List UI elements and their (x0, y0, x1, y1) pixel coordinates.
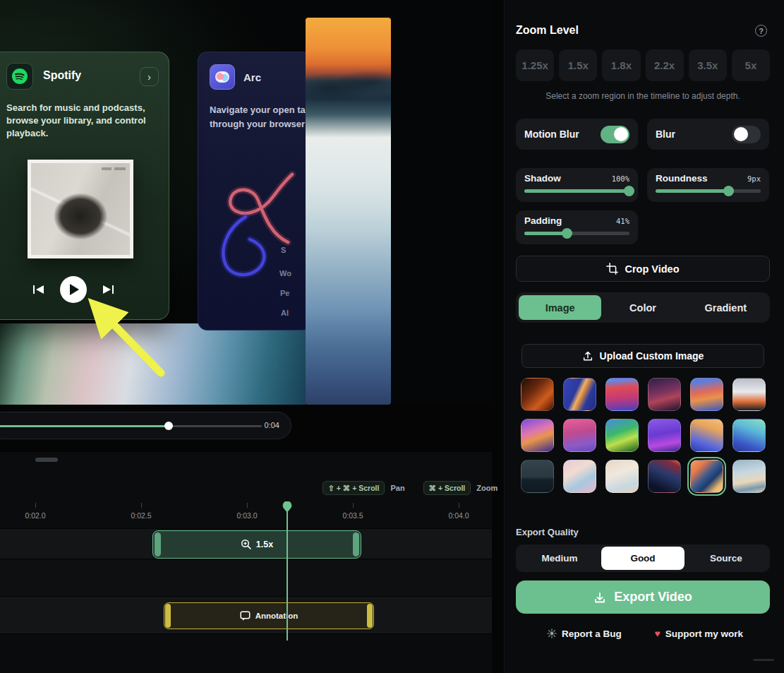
arc-sidebar-fragment-3: Pe (280, 289, 289, 297)
spotify-description: Search for music and podcasts, browse yo… (6, 102, 163, 140)
pan-shortcut-badge: ⇧ + ⌘ + Scroll (322, 481, 385, 495)
wallpaper-thumb-violet-wave[interactable] (648, 419, 681, 452)
wallpaper-thumb-orange-blue-paint[interactable] (690, 460, 723, 493)
tab-image[interactable]: Image (519, 295, 601, 320)
export-video-button[interactable]: Export Video (516, 580, 770, 614)
crop-video-button[interactable]: Crop Video (516, 256, 770, 282)
zoom-option-1-5x[interactable]: 1.5x (559, 49, 597, 81)
wallpaper-grid (521, 378, 766, 493)
export-video-label: Export Video (614, 590, 692, 604)
arc-sidebar-fragment-4: Al (281, 309, 289, 317)
shadow-slider-knob[interactable] (624, 186, 634, 196)
motion-blur-card: Motion Blur (516, 119, 638, 150)
panel-scrollbar[interactable] (753, 659, 774, 661)
roundness-slider-knob[interactable] (723, 186, 734, 196)
arc-card: Arc Navigate your open ta through your b… (198, 52, 312, 330)
wallpaper-thumb-navy-red-curve[interactable] (648, 460, 681, 493)
padding-slider-fill (524, 232, 567, 235)
tab-gradient[interactable]: Gradient (685, 295, 767, 320)
timeline-resize-handle[interactable] (35, 458, 58, 462)
wallpaper-thumb-dark-magenta-wave[interactable] (648, 378, 681, 411)
album-art-photo (31, 163, 130, 255)
annotation-segment-label: Annotation (255, 612, 298, 620)
quality-source[interactable]: Source (685, 547, 768, 570)
play-button[interactable] (60, 276, 87, 303)
playback-scrubber[interactable]: 0:04 (0, 412, 291, 439)
zoom-segment[interactable]: 1.5x (152, 530, 361, 559)
motion-blur-toggle[interactable] (601, 126, 629, 143)
tab-color[interactable]: Color (601, 295, 684, 320)
wallpaper-thumb-big-sur-pink[interactable] (605, 378, 639, 411)
app-window: Arc Navigate your open ta through your b… (0, 0, 784, 673)
timeline-panel[interactable]: ⇧ + ⌘ + Scroll Pan ⌘ + Scroll Zoom 0:02.… (0, 452, 492, 673)
wallpaper-thumb-dark-mountains[interactable] (521, 460, 554, 493)
crop-icon (606, 263, 618, 275)
help-icon[interactable]: ? (755, 25, 767, 37)
wallpaper-thumb-purple-orange-wave[interactable] (521, 419, 554, 452)
zoom-option-2-2x[interactable]: 2.2x (646, 49, 684, 81)
skip-back-icon[interactable] (32, 284, 44, 295)
quality-good[interactable]: Good (601, 547, 685, 570)
zoom-option-1-25x[interactable]: 1.25x (516, 49, 554, 81)
blur-toggle[interactable] (732, 126, 761, 143)
wallpaper-thumb-gray-orange-dunes[interactable] (732, 378, 766, 411)
annotation-segment[interactable]: Annotation (164, 602, 374, 629)
album-art-frame (28, 160, 133, 258)
annotation-left-handle[interactable] (165, 604, 171, 628)
empty-track (0, 560, 492, 597)
zoom-option-1-8x[interactable]: 1.8x (602, 49, 640, 81)
wallpaper-thumb-seascape-paint[interactable] (732, 460, 766, 493)
upload-custom-image-button[interactable]: Upload Custom Image (521, 344, 764, 368)
ruler-tick (141, 503, 142, 508)
padding-slider[interactable] (524, 232, 629, 235)
zoom-hint-text: Select a zoom region in the timeline to … (516, 91, 770, 101)
skip-forward-icon[interactable] (102, 284, 114, 295)
arc-sidebar-fragment-2: Wo (279, 269, 291, 278)
ruler-tick (459, 503, 459, 508)
export-quality-label: Export Quality (516, 527, 579, 537)
support-link[interactable]: ♥ Support my work (654, 628, 743, 639)
wallpaper-thumb-magenta-wave[interactable] (563, 419, 596, 452)
wallpaper-thumb-cream-pastel[interactable] (605, 460, 639, 493)
settings-panel: Zoom Level ? 1.25x 1.5x 1.8x 2.2x 3.5x 5… (504, 0, 784, 673)
video-preview-canvas[interactable]: Arc Navigate your open ta through your b… (0, 0, 491, 405)
shadow-slider[interactable] (524, 189, 629, 193)
roundness-slider[interactable] (656, 189, 761, 193)
panel-footer: Report a Bug ♥ Support my work (516, 628, 770, 639)
ruler-label-1: 0:02.0 (25, 511, 45, 520)
zoom-level-options: 1.25x 1.5x 1.8x 2.2x 3.5x 5x (516, 49, 770, 81)
zoom-option-3-5x[interactable]: 3.5x (689, 49, 727, 81)
zoom-segment-left-handle[interactable] (155, 532, 161, 556)
zoom-segment-right-handle[interactable] (353, 532, 359, 556)
zoom-option-5x[interactable]: 5x (732, 49, 770, 81)
ruler-label-3: 0:03.0 (236, 511, 257, 520)
shadow-label: Shadow (524, 173, 561, 184)
timeline-playhead-line[interactable] (287, 506, 288, 641)
spotify-chevron-button[interactable]: › (140, 67, 159, 86)
report-bug-link[interactable]: Report a Bug (547, 628, 622, 639)
ruler-tick (247, 503, 248, 508)
report-bug-label: Report a Bug (562, 629, 622, 639)
padding-slider-knob[interactable] (562, 228, 572, 239)
wallpaper-thumb-big-sur-classic[interactable] (690, 378, 723, 411)
spotify-logo-icon (11, 67, 29, 85)
scrubber-playhead-dot[interactable] (164, 422, 173, 430)
wallpaper-thumb-ember-flame[interactable] (521, 378, 554, 411)
wallpaper-thumb-teal-blue-rays[interactable] (732, 419, 766, 452)
background-type-tabs: Image Color Gradient (516, 292, 770, 323)
shadow-card: Shadow 100% (516, 168, 638, 202)
wallpaper-thumb-green-rainbow-wave[interactable] (605, 419, 639, 452)
ruler-label-5: 0:04.0 (448, 511, 469, 520)
spotify-card: Spotify › Search for music and podcasts,… (0, 52, 169, 320)
annotation-right-handle[interactable] (367, 604, 373, 628)
crop-video-label: Crop Video (625, 263, 679, 275)
wallpaper-thumb-big-sur-beam[interactable] (563, 378, 596, 411)
annotation-track: Annotation (0, 597, 492, 634)
wallpaper-thumb-pastel-swirl[interactable] (563, 460, 596, 493)
arc-app-icon (210, 64, 235, 90)
wallpaper-thumb-orange-blue-rays[interactable] (690, 419, 723, 452)
padding-card: Padding 41% (516, 210, 638, 244)
quality-medium[interactable]: Medium (518, 547, 601, 570)
speech-bubble-icon (240, 611, 251, 621)
ruler-tick (35, 503, 36, 508)
